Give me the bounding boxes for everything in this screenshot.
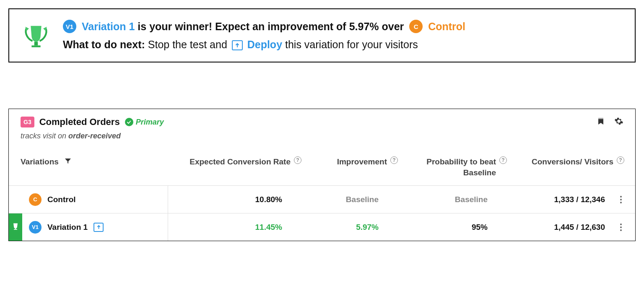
col-conversions-label: Conversions/ Visitors [532,156,613,167]
card-header: G3 Completed Orders Primary [9,109,635,129]
cell-conversions: 1,445 / 12,630 [495,223,613,232]
help-icon[interactable]: ? [294,156,301,164]
row-name: Control [47,195,76,204]
goal-subtext: tracks visit on order-received [9,129,635,148]
svg-rect-0 [34,42,38,45]
row-badge: V1 [29,221,42,234]
check-icon [125,118,133,126]
trophy-icon [22,21,50,50]
col-expected-label: Expected Conversion Rate [190,156,291,167]
tracks-target: order-received [68,132,121,140]
col-expected: Expected Conversion Rate ? [180,156,301,167]
help-icon[interactable]: ? [390,156,398,164]
row-badge: C [29,193,42,206]
svg-rect-4 [14,229,17,230]
cell-improvement: Baseline [290,195,386,204]
cell-probability: Baseline [386,195,495,204]
filter-icon[interactable] [65,156,71,167]
col-probability-label: Probability to beat Baseline [398,156,496,178]
col-conversions: Conversions/ Visitors ? [507,156,624,167]
primary-label: Primary [136,118,164,127]
goal-card: G3 Completed Orders Primary tracks visit… [8,109,636,241]
primary-chip: Primary [125,118,164,127]
trophy-icon [11,222,20,232]
next-steps-line: What to do next: Stop the test and Deplo… [63,36,465,54]
col-improvement-label: Improvement [337,156,387,167]
cell-conversions: 1,333 / 12,346 [495,195,613,204]
gear-icon[interactable] [614,117,623,127]
cell-variation: C Control [9,186,168,213]
help-icon[interactable]: ? [617,156,624,164]
svg-rect-2 [598,118,603,119]
col-variations-label: Variations [21,156,59,167]
cell-probability: 95% [386,223,495,232]
col-improvement: Improvement ? [301,156,398,167]
control-badge: C [409,20,423,33]
variation-link[interactable]: Variation 1 [82,21,135,32]
goal-badge: G3 [21,117,34,127]
table-row: V1 Variation 1 11.45% 5.97% 95% 1,445 / … [9,213,635,241]
deploy-link[interactable]: Deploy [247,39,282,50]
goal-title: Completed Orders [39,117,120,127]
deploy-icon [232,40,243,50]
svg-rect-3 [15,228,16,229]
winner-text-1: is your winner! Expect an improvement of [138,21,349,32]
row-menu-button[interactable] [613,196,629,203]
help-icon[interactable]: ? [499,156,507,164]
variation-badge: V1 [63,20,76,33]
control-link[interactable]: Control [428,21,465,32]
row-menu-button[interactable] [613,224,629,231]
svg-rect-1 [31,45,40,47]
row-name: Variation 1 [47,223,88,232]
next-text-1: Stop the test and [145,39,230,50]
winner-line: V1 Variation 1 is your winner! Expect an… [63,18,465,36]
cell-variation: V1 Variation 1 [9,213,168,241]
cell-expected: 11.45% [168,223,290,232]
banner-text: V1 Variation 1 is your winner! Expect an… [63,18,465,53]
deploy-icon[interactable] [93,223,104,232]
table-row: C Control 10.80% Baseline Baseline 1,333… [9,185,635,213]
cell-expected: 10.80% [168,195,290,204]
bookmark-icon[interactable] [597,117,605,127]
table-header-row: Variations Expected Conversion Rate ? Im… [9,148,635,185]
next-text-2: this variation for your visitors [282,39,418,50]
winner-text-2: over [379,21,407,32]
winner-improvement: 5.97% [349,21,379,32]
cell-improvement: 5.97% [290,223,386,232]
winner-banner: V1 Variation 1 is your winner! Expect an… [8,8,636,62]
col-probability: Probability to beat Baseline ? [398,156,507,178]
col-variations[interactable]: Variations [21,156,180,167]
tracks-prefix: tracks visit on [21,132,68,140]
next-label: What to do next: [63,39,145,50]
